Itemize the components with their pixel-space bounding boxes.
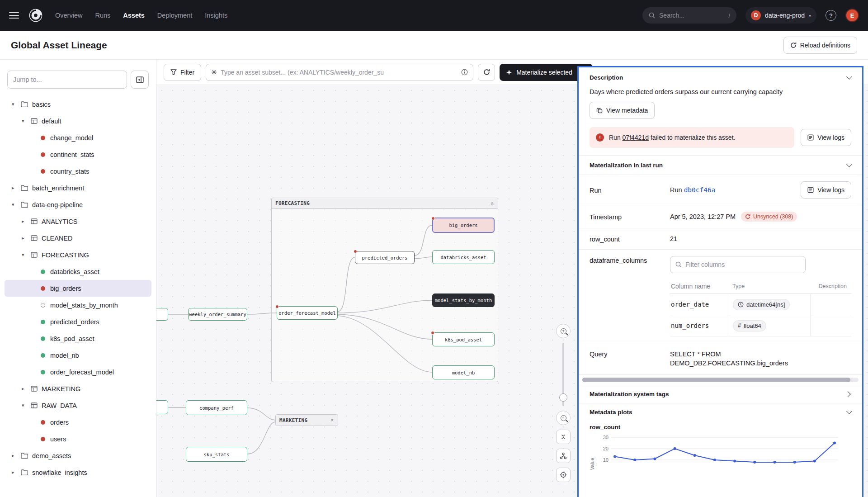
asset-node[interactable]: order_forecast_model bbox=[277, 306, 338, 320]
sidebar-tree-item[interactable]: default bbox=[5, 113, 151, 129]
asset-node[interactable]: model_stats_by_month bbox=[432, 293, 495, 307]
nav-item[interactable]: Assets bbox=[123, 12, 145, 19]
refresh-graph-button[interactable] bbox=[478, 64, 495, 81]
caret-icon[interactable] bbox=[12, 469, 21, 475]
caret-icon[interactable] bbox=[12, 185, 21, 191]
asset-node[interactable]: predicted_orders bbox=[355, 251, 415, 264]
filter-columns-input[interactable] bbox=[685, 261, 800, 268]
asset-node[interactable]: company_perf bbox=[186, 400, 247, 415]
sidebar-tree-item[interactable]: order_forecast_model bbox=[5, 364, 151, 380]
help-button[interactable]: ? bbox=[826, 10, 836, 21]
sidebar-tree-item[interactable]: data-eng-pipeline bbox=[5, 196, 151, 213]
description-section-header[interactable]: Description bbox=[579, 67, 862, 87]
user-avatar[interactable]: E bbox=[845, 9, 859, 22]
sidebar-tree-item[interactable]: databricks_asset bbox=[5, 263, 151, 280]
search-icon bbox=[649, 12, 655, 19]
asset-node[interactable]: k8s_pod_asset bbox=[432, 332, 495, 346]
collapse-groups-button[interactable] bbox=[556, 430, 571, 444]
view-logs-button[interactable]: View logs bbox=[801, 129, 851, 146]
caret-icon[interactable] bbox=[22, 218, 31, 224]
filter-button[interactable]: Filter bbox=[164, 64, 201, 81]
reload-definitions-button[interactable]: Reload definitions bbox=[783, 37, 857, 54]
search-input[interactable] bbox=[659, 12, 724, 19]
recenter-button[interactable] bbox=[556, 468, 571, 482]
caret-icon[interactable] bbox=[22, 118, 31, 124]
sidebar-tree-item[interactable]: demo_assets bbox=[5, 447, 151, 464]
asset-node[interactable]: sku_stats bbox=[186, 447, 247, 462]
asset-node[interactable]: model_nb bbox=[432, 365, 495, 379]
nav-item[interactable]: Insights bbox=[205, 12, 227, 19]
caret-icon[interactable] bbox=[22, 386, 31, 392]
run-id-link[interactable]: db0cf46a bbox=[684, 186, 716, 194]
caret-icon[interactable] bbox=[12, 453, 21, 459]
refresh-icon bbox=[790, 42, 797, 48]
jump-to-input[interactable] bbox=[7, 71, 127, 89]
asset-node[interactable] bbox=[156, 400, 168, 414]
asset-node[interactable]: big_orders bbox=[432, 218, 495, 233]
tree-item-label: batch_enrichment bbox=[32, 185, 84, 192]
caret-icon[interactable] bbox=[12, 202, 21, 208]
sidebar-tree-item[interactable]: big_orders bbox=[5, 280, 151, 297]
sidebar-tree-item[interactable]: basics bbox=[5, 96, 151, 113]
deployment-name: data-eng-prod bbox=[765, 12, 805, 19]
sidebar-tree-item[interactable]: MARKETING bbox=[5, 380, 151, 397]
asset-status-dot bbox=[41, 437, 45, 441]
sidebar-tree-item[interactable]: ANALYTICS bbox=[5, 213, 151, 230]
sidebar-tree-item[interactable]: continent_stats bbox=[5, 146, 151, 163]
zoom-slider[interactable] bbox=[559, 343, 567, 406]
sidebar-tree-item[interactable]: FORECASTING bbox=[5, 246, 151, 263]
global-search[interactable]: / bbox=[642, 7, 736, 24]
asset-node[interactable]: databricks_asset bbox=[432, 250, 495, 264]
horizontal-scrollbar[interactable] bbox=[582, 378, 859, 382]
caret-icon[interactable] bbox=[12, 101, 21, 107]
sidebar-tree-item[interactable]: country_stats bbox=[5, 163, 151, 180]
view-logs-button[interactable]: View logs bbox=[801, 181, 851, 199]
collapse-group-icon[interactable]: « bbox=[330, 419, 335, 422]
scrollbar-thumb[interactable] bbox=[582, 378, 850, 382]
asset-node[interactable]: weekly_order_summary bbox=[188, 308, 247, 321]
collapse-sidebar-button[interactable] bbox=[131, 71, 149, 89]
caret-icon[interactable] bbox=[22, 235, 31, 241]
refresh-icon bbox=[483, 69, 490, 76]
sidebar-tree-item[interactable]: model_nb bbox=[5, 347, 151, 364]
asset-group-icon bbox=[31, 235, 38, 241]
sidebar-tree-item[interactable]: change_model bbox=[5, 129, 151, 146]
zoom-in-button[interactable]: + bbox=[556, 324, 571, 338]
asset-subset-input[interactable] bbox=[221, 69, 458, 76]
sidebar-tree-item[interactable]: predicted_orders bbox=[5, 313, 151, 330]
asset-group-header: MARKETING « bbox=[276, 415, 338, 426]
hamburger-menu-icon[interactable] bbox=[9, 12, 19, 19]
dagster-logo[interactable] bbox=[28, 8, 43, 23]
info-icon[interactable] bbox=[461, 69, 468, 76]
unsynced-badge[interactable]: Unsynced (308) bbox=[741, 212, 797, 222]
sidebar-tree-item[interactable]: RAW_DATA bbox=[5, 397, 151, 414]
caret-icon[interactable] bbox=[22, 252, 31, 258]
failed-run-link[interactable]: 07f4421d bbox=[623, 134, 649, 141]
row-count-value: 21 bbox=[670, 235, 851, 242]
sidebar-tree-item[interactable]: batch_enrichment bbox=[5, 180, 151, 196]
system-tags-section-header[interactable]: Materialization system tags bbox=[579, 385, 862, 403]
sidebar-tree-item[interactable]: CLEANED bbox=[5, 230, 151, 246]
graph-layout-button[interactable] bbox=[556, 449, 571, 463]
materialization-section-header[interactable]: Materialization in last run bbox=[579, 155, 862, 175]
caret-icon[interactable] bbox=[22, 402, 31, 408]
collapse-group-icon[interactable]: « bbox=[490, 202, 495, 205]
sidebar-tree-item[interactable]: users bbox=[5, 431, 151, 447]
sidebar-tree-item[interactable]: orders bbox=[5, 414, 151, 431]
sidebar-tree-item[interactable]: k8s_pod_asset bbox=[5, 330, 151, 347]
sidebar-tree-item[interactable]: model_stats_by_month bbox=[5, 297, 151, 313]
zoom-slider-handle[interactable] bbox=[559, 393, 567, 402]
nav-item[interactable]: Overview bbox=[55, 12, 82, 19]
metadata-plots-section-header[interactable]: Metadata plots bbox=[579, 403, 862, 421]
nav-item[interactable]: Deployment bbox=[157, 12, 192, 19]
view-metadata-button[interactable]: View metadata bbox=[590, 102, 655, 119]
folder-icon bbox=[21, 453, 28, 459]
sidebar-tree-item[interactable]: snowflake_insights bbox=[5, 464, 151, 481]
metadata-plot: row_count Value 102030 bbox=[579, 421, 862, 496]
asset-node[interactable] bbox=[156, 308, 168, 321]
asset-group-box[interactable]: MARKETING « bbox=[275, 414, 338, 426]
zoom-out-button[interactable]: − bbox=[556, 411, 571, 425]
materialize-selected-button[interactable]: Materialize selected bbox=[500, 64, 579, 81]
deployment-switcher[interactable]: D data-eng-prod ▾ bbox=[745, 7, 816, 24]
nav-item[interactable]: Runs bbox=[95, 12, 110, 19]
